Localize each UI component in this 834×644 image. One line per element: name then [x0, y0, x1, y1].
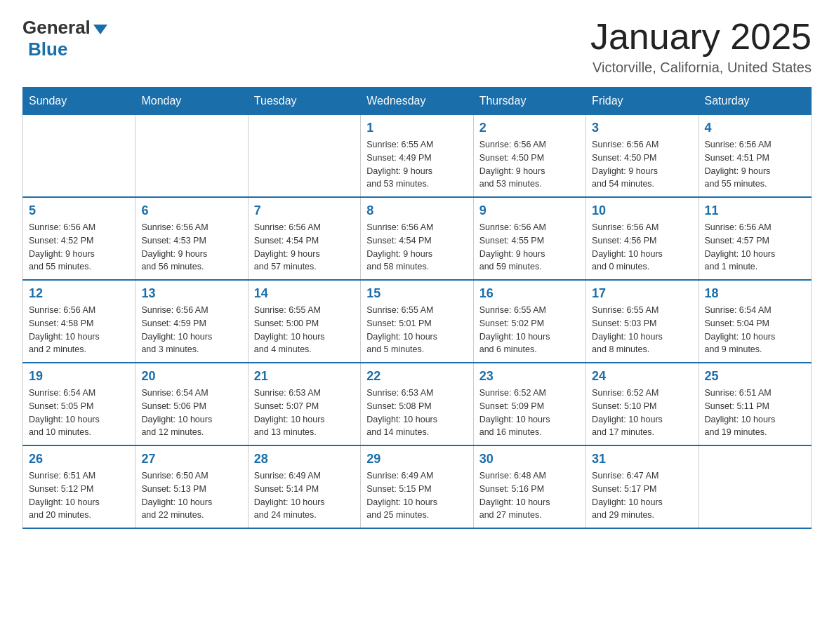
day-number: 11 — [705, 203, 805, 218]
header-monday: Monday — [135, 88, 248, 115]
day-info: Sunrise: 6:53 AM Sunset: 5:07 PM Dayligh… — [254, 387, 355, 439]
calendar-cell: 10Sunrise: 6:56 AM Sunset: 4:56 PM Dayli… — [586, 197, 699, 280]
day-info: Sunrise: 6:56 AM Sunset: 4:54 PM Dayligh… — [366, 221, 467, 274]
day-number: 2 — [479, 121, 580, 135]
day-number: 17 — [592, 286, 692, 301]
calendar-cell: 17Sunrise: 6:55 AM Sunset: 5:03 PM Dayli… — [586, 280, 699, 363]
day-info: Sunrise: 6:54 AM Sunset: 5:05 PM Dayligh… — [29, 387, 129, 439]
calendar-cell: 27Sunrise: 6:50 AM Sunset: 5:13 PM Dayli… — [135, 445, 248, 528]
calendar-cell: 25Sunrise: 6:51 AM Sunset: 5:11 PM Dayli… — [699, 363, 811, 445]
logo-general-text: General — [22, 17, 91, 39]
calendar-cell: 26Sunrise: 6:51 AM Sunset: 5:12 PM Dayli… — [23, 445, 135, 528]
day-number: 7 — [254, 203, 355, 218]
day-number: 1 — [366, 121, 467, 135]
day-info: Sunrise: 6:56 AM Sunset: 4:50 PM Dayligh… — [592, 138, 692, 191]
week-row-4: 19Sunrise: 6:54 AM Sunset: 5:05 PM Dayli… — [23, 363, 812, 445]
calendar-cell: 8Sunrise: 6:56 AM Sunset: 4:54 PM Daylig… — [361, 197, 473, 280]
day-info: Sunrise: 6:52 AM Sunset: 5:10 PM Dayligh… — [592, 387, 692, 439]
day-info: Sunrise: 6:49 AM Sunset: 5:14 PM Dayligh… — [254, 469, 355, 522]
day-number: 12 — [29, 286, 129, 301]
calendar-cell: 15Sunrise: 6:55 AM Sunset: 5:01 PM Dayli… — [361, 280, 473, 363]
calendar-cell: 29Sunrise: 6:49 AM Sunset: 5:15 PM Dayli… — [361, 445, 473, 528]
day-info: Sunrise: 6:55 AM Sunset: 5:02 PM Dayligh… — [479, 304, 580, 356]
day-info: Sunrise: 6:55 AM Sunset: 4:49 PM Dayligh… — [366, 138, 467, 191]
header-sunday: Sunday — [23, 88, 135, 115]
calendar-cell: 5Sunrise: 6:56 AM Sunset: 4:52 PM Daylig… — [23, 197, 135, 280]
calendar-cell: 16Sunrise: 6:55 AM Sunset: 5:02 PM Dayli… — [473, 280, 585, 363]
month-title: January 2025 — [590, 17, 812, 57]
header-friday: Friday — [586, 88, 699, 115]
day-info: Sunrise: 6:55 AM Sunset: 5:00 PM Dayligh… — [254, 304, 355, 356]
day-number: 23 — [479, 369, 580, 384]
calendar-cell: 20Sunrise: 6:54 AM Sunset: 5:06 PM Dayli… — [135, 363, 248, 445]
day-info: Sunrise: 6:51 AM Sunset: 5:12 PM Dayligh… — [29, 469, 129, 522]
day-info: Sunrise: 6:56 AM Sunset: 4:58 PM Dayligh… — [29, 304, 129, 356]
week-row-1: 1Sunrise: 6:55 AM Sunset: 4:49 PM Daylig… — [23, 115, 812, 198]
calendar-header: SundayMondayTuesdayWednesdayThursdayFrid… — [23, 88, 812, 115]
header-saturday: Saturday — [699, 88, 811, 115]
day-number: 6 — [141, 203, 241, 218]
calendar-cell: 9Sunrise: 6:56 AM Sunset: 4:55 PM Daylig… — [473, 197, 585, 280]
day-info: Sunrise: 6:56 AM Sunset: 4:51 PM Dayligh… — [705, 138, 805, 191]
day-info: Sunrise: 6:50 AM Sunset: 5:13 PM Dayligh… — [141, 469, 241, 522]
calendar-cell: 3Sunrise: 6:56 AM Sunset: 4:50 PM Daylig… — [586, 115, 699, 198]
logo-arrow-icon — [93, 25, 107, 34]
logo-blue-text: Blue — [28, 39, 67, 60]
day-number: 9 — [479, 203, 580, 218]
day-number: 29 — [366, 452, 467, 467]
day-info: Sunrise: 6:52 AM Sunset: 5:09 PM Dayligh… — [479, 387, 580, 439]
calendar-cell: 28Sunrise: 6:49 AM Sunset: 5:14 PM Dayli… — [248, 445, 360, 528]
calendar-cell: 7Sunrise: 6:56 AM Sunset: 4:54 PM Daylig… — [248, 197, 360, 280]
header-row: SundayMondayTuesdayWednesdayThursdayFrid… — [23, 88, 812, 115]
calendar-cell — [699, 445, 811, 528]
day-number: 16 — [479, 286, 580, 301]
header-tuesday: Tuesday — [248, 88, 360, 115]
calendar-cell: 2Sunrise: 6:56 AM Sunset: 4:50 PM Daylig… — [473, 115, 585, 198]
calendar-cell: 13Sunrise: 6:56 AM Sunset: 4:59 PM Dayli… — [135, 280, 248, 363]
day-info: Sunrise: 6:49 AM Sunset: 5:15 PM Dayligh… — [366, 469, 467, 522]
day-number: 31 — [592, 452, 692, 467]
day-number: 21 — [254, 369, 355, 384]
calendar-cell: 1Sunrise: 6:55 AM Sunset: 4:49 PM Daylig… — [361, 115, 473, 198]
logo: General Blue — [22, 17, 107, 60]
day-number: 8 — [366, 203, 467, 218]
day-info: Sunrise: 6:53 AM Sunset: 5:08 PM Dayligh… — [366, 387, 467, 439]
calendar-cell: 6Sunrise: 6:56 AM Sunset: 4:53 PM Daylig… — [135, 197, 248, 280]
page-header: General Blue January 2025 Victorville, C… — [22, 17, 812, 76]
calendar-cell: 21Sunrise: 6:53 AM Sunset: 5:07 PM Dayli… — [248, 363, 360, 445]
calendar-cell: 22Sunrise: 6:53 AM Sunset: 5:08 PM Dayli… — [361, 363, 473, 445]
week-row-3: 12Sunrise: 6:56 AM Sunset: 4:58 PM Dayli… — [23, 280, 812, 363]
day-number: 10 — [592, 203, 692, 218]
location: Victorville, California, United States — [590, 60, 812, 76]
day-info: Sunrise: 6:56 AM Sunset: 4:52 PM Dayligh… — [29, 221, 129, 274]
day-number: 20 — [141, 369, 241, 384]
week-row-2: 5Sunrise: 6:56 AM Sunset: 4:52 PM Daylig… — [23, 197, 812, 280]
day-info: Sunrise: 6:56 AM Sunset: 4:55 PM Dayligh… — [479, 221, 580, 274]
day-number: 30 — [479, 452, 580, 467]
calendar-cell — [135, 115, 248, 198]
calendar-cell: 19Sunrise: 6:54 AM Sunset: 5:05 PM Dayli… — [23, 363, 135, 445]
calendar-cell — [248, 115, 360, 198]
calendar-cell: 12Sunrise: 6:56 AM Sunset: 4:58 PM Dayli… — [23, 280, 135, 363]
day-number: 5 — [29, 203, 129, 218]
title-section: January 2025 Victorville, California, Un… — [590, 17, 812, 76]
day-number: 18 — [705, 286, 805, 301]
day-info: Sunrise: 6:56 AM Sunset: 4:54 PM Dayligh… — [254, 221, 355, 274]
calendar-cell: 18Sunrise: 6:54 AM Sunset: 5:04 PM Dayli… — [699, 280, 811, 363]
day-info: Sunrise: 6:54 AM Sunset: 5:06 PM Dayligh… — [141, 387, 241, 439]
day-info: Sunrise: 6:54 AM Sunset: 5:04 PM Dayligh… — [705, 304, 805, 356]
calendar-table: SundayMondayTuesdayWednesdayThursdayFrid… — [22, 87, 812, 529]
calendar-cell: 11Sunrise: 6:56 AM Sunset: 4:57 PM Dayli… — [699, 197, 811, 280]
day-info: Sunrise: 6:55 AM Sunset: 5:01 PM Dayligh… — [366, 304, 467, 356]
day-number: 3 — [592, 121, 692, 135]
day-number: 14 — [254, 286, 355, 301]
day-number: 13 — [141, 286, 241, 301]
day-info: Sunrise: 6:51 AM Sunset: 5:11 PM Dayligh… — [705, 387, 805, 439]
day-number: 25 — [705, 369, 805, 384]
day-number: 4 — [705, 121, 805, 135]
day-number: 22 — [366, 369, 467, 384]
day-number: 26 — [29, 452, 129, 467]
week-row-5: 26Sunrise: 6:51 AM Sunset: 5:12 PM Dayli… — [23, 445, 812, 528]
header-thursday: Thursday — [473, 88, 585, 115]
calendar-body: 1Sunrise: 6:55 AM Sunset: 4:49 PM Daylig… — [23, 115, 812, 529]
